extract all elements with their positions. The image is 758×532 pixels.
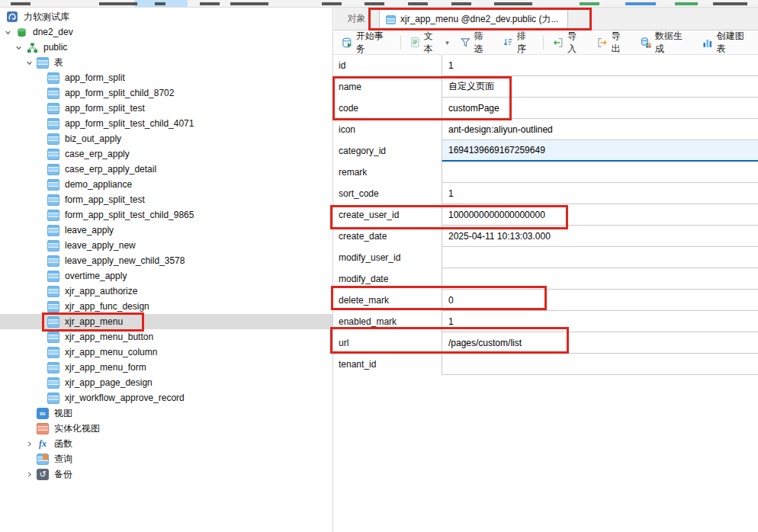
tree-item-leave_apply[interactable]: leave_apply [0, 223, 332, 238]
field-value-input[interactable]: 1 [442, 183, 758, 204]
tree-item-app_form_split_test[interactable]: app_form_split_test [0, 101, 332, 116]
field-value-input[interactable]: customPage [442, 98, 758, 119]
tree-item-overtime_apply[interactable]: overtime_apply [0, 268, 332, 284]
function-icon [37, 438, 49, 450]
table-icon [47, 316, 59, 328]
chevron-right-icon[interactable] [24, 439, 34, 449]
field-value-input-selected[interactable]: 1694139669167259649 [442, 140, 758, 162]
tab-xjr_app_menu[interactable]: xjr_app_menu @dne2_dev.public (力... [379, 8, 568, 30]
field-name: sort_code [334, 183, 442, 204]
tree-item-case_erp_apply_detail[interactable]: case_erp_apply_detail [0, 162, 332, 177]
tree-item-xjr_app_menu[interactable]: xjr_app_menu [0, 314, 332, 329]
tree-item-xjr_app_menu_form[interactable]: xjr_app_menu_form [0, 360, 332, 375]
field-value-input[interactable]: 1 [442, 311, 758, 332]
backup-icon [37, 469, 49, 480]
table-icon [47, 377, 59, 389]
field-value-input[interactable]: 1 [442, 55, 758, 76]
chevron-down-icon[interactable] [3, 27, 13, 37]
field-value-input[interactable] [442, 247, 758, 268]
tab-objects[interactable]: 对象 [334, 7, 379, 30]
tree-label: dne2_dev [33, 27, 73, 37]
postgresql-connection-icon [6, 11, 18, 23]
tree-item-xjr_app_authorize[interactable]: xjr_app_authorize [0, 284, 332, 299]
table-icon [47, 88, 59, 99]
begin-transaction-button[interactable]: 开始事务 [336, 34, 397, 52]
field-value-input[interactable] [442, 162, 758, 183]
tree-item-backups[interactable]: 备份 [0, 466, 332, 482]
chevron-down-icon[interactable] [14, 43, 24, 53]
data-generation-button[interactable]: 数据生成 [634, 34, 696, 52]
table-icon [47, 179, 59, 191]
table-icon [47, 72, 59, 84]
tree-item-xjr_app_menu_button[interactable]: xjr_app_menu_button [0, 329, 332, 345]
table-icon [47, 332, 59, 343]
tree-item-demo_appliance[interactable]: demo_appliance [0, 177, 332, 192]
export-button[interactable]: 导出 [591, 34, 634, 52]
tree-item-case_erp_apply[interactable]: case_erp_apply [0, 146, 332, 162]
table-icon [47, 271, 59, 282]
tree-item-xjr_app_menu_column[interactable]: xjr_app_menu_column [0, 345, 332, 360]
tree-item-biz_out_apply[interactable]: biz_out_apply [0, 131, 332, 146]
tree-item-app_form_split[interactable]: app_form_split [0, 70, 332, 85]
tree-item-views[interactable]: 视图 [0, 405, 332, 421]
schema-icon [26, 42, 38, 53]
form-row-create_user_id: create_user_id1000000000000000000 [334, 204, 758, 226]
sort-button[interactable]: 排序 [497, 34, 540, 52]
tree-item-dne2_dev[interactable]: dne2_dev [0, 24, 332, 40]
form-row-delete_mark: delete_mark0 [334, 290, 758, 311]
field-name: modify_user_id [334, 247, 442, 268]
tree-item-xjr_workflow_approve_record[interactable]: xjr_workflow_approve_record [0, 390, 332, 405]
table-icon [47, 301, 59, 312]
field-value-input[interactable]: 2025-04-11 10:13:03.000 [442, 226, 758, 247]
tree-item-tables-folder[interactable]: 表 [0, 55, 332, 70]
field-value-input[interactable]: ant-design:aliyun-outlined [442, 119, 758, 140]
import-icon [552, 37, 564, 49]
field-name: create_date [334, 226, 442, 247]
form-row-code: codecustomPage [334, 98, 758, 119]
toolbar-separator [543, 36, 544, 50]
field-value-input[interactable]: 自定义页面 [442, 76, 758, 98]
transaction-icon [341, 37, 353, 49]
field-value-input[interactable]: 1000000000000000000 [442, 204, 758, 226]
tree-item-public[interactable]: public [0, 40, 332, 55]
field-name: code [334, 98, 442, 119]
field-value-input[interactable] [442, 354, 758, 375]
tree-item-connection[interactable]: 力软测试库 [0, 9, 332, 24]
chevron-down-icon[interactable] [24, 58, 34, 68]
create-chart-button[interactable]: 创建图表 [696, 34, 758, 52]
field-name: create_user_id [334, 204, 442, 226]
cropped-main-toolbar [0, 0, 758, 8]
tree-item-app_form_split_test_child_4071[interactable]: app_form_split_test_child_4071 [0, 116, 332, 131]
tree-item-form_app_split_test[interactable]: form_app_split_test [0, 192, 332, 207]
form-row-category_id: category_id1694139669167259649 [334, 140, 758, 162]
field-value-input[interactable]: /pages/custom/list [442, 332, 758, 354]
field-name: remark [334, 162, 442, 183]
tab-title: xjr_app_menu @dne2_dev.public (力... [400, 13, 558, 26]
field-name: icon [334, 119, 442, 140]
tree-item-xjr_app_page_design[interactable]: xjr_app_page_design [0, 375, 332, 390]
field-value-input[interactable]: 0 [442, 290, 758, 311]
chevron-down-icon: ▾ [445, 39, 449, 46]
field-value-input[interactable] [442, 268, 758, 290]
tree-item-queries[interactable]: 查询 [0, 451, 332, 466]
tree-item-leave_apply_new_child_3578[interactable]: leave_apply_new_child_3578 [0, 253, 332, 268]
table-icon [47, 194, 59, 206]
data-view-toolbar: 开始事务 文本▾ 筛选 排序 导入 导出 数据生成 创建图 [334, 30, 758, 55]
table-icon [47, 164, 59, 175]
tree-item-form_app_split_test_child_9865[interactable]: form_app_split_test_child_9865 [0, 207, 332, 223]
table-icon [47, 362, 59, 373]
table-icon [47, 210, 59, 221]
table-icon [47, 286, 59, 297]
tree-item-leave_apply_new[interactable]: leave_apply_new [0, 238, 332, 253]
data-generation-icon [640, 37, 652, 49]
chevron-right-icon[interactable] [24, 470, 34, 479]
tree-label: 表 [54, 56, 63, 69]
tree-item-functions[interactable]: 函数 [0, 436, 332, 451]
import-button[interactable]: 导入 [547, 34, 590, 52]
tree-item-xjr_app_func_design[interactable]: xjr_app_func_design [0, 299, 332, 314]
filter-button[interactable]: 筛选 [454, 34, 497, 52]
text-view-button[interactable]: 文本▾ [404, 34, 454, 52]
form-row-remark: remark [334, 162, 758, 183]
tree-item-app_form_split_child_8702[interactable]: app_form_split_child_8702 [0, 85, 332, 101]
tree-item-materialized-views[interactable]: 实体化视图 [0, 421, 332, 436]
